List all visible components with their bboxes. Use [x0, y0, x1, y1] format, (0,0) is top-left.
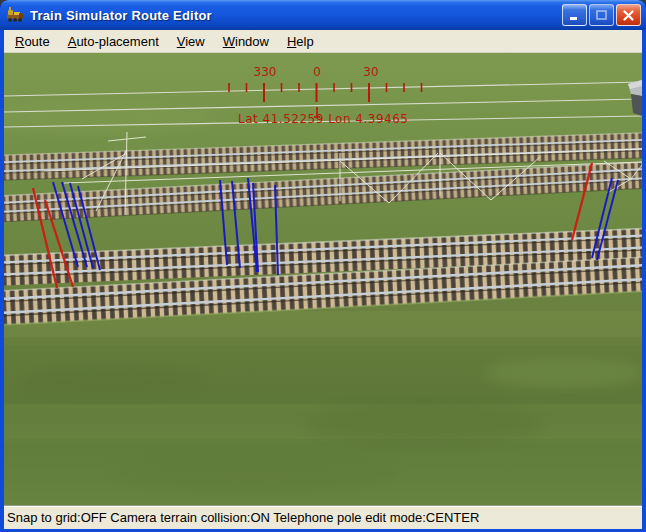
viewport-3d-scene[interactable]: 330 0 30 Lat 41.52259 Lon 4.39465	[4, 53, 642, 505]
close-button[interactable]	[616, 4, 641, 26]
status-text: Snap to grid:OFF Camera terrain collisio…	[7, 510, 479, 525]
minimize-icon	[569, 11, 580, 20]
menu-route[interactable]: Route	[6, 32, 59, 51]
position-readout: Lat 41.52259 Lon 4.39465	[238, 112, 409, 126]
menu-window[interactable]: Window	[214, 32, 278, 51]
menu-help[interactable]: Help	[278, 32, 323, 51]
menu-auto-placement[interactable]: Auto-placement	[59, 32, 168, 51]
close-icon	[623, 10, 634, 21]
window-title: Train Simulator Route Editor	[30, 8, 562, 23]
compass-label: 0	[313, 65, 321, 79]
train-icon	[5, 5, 25, 25]
maximize-icon	[596, 10, 607, 20]
menu-view[interactable]: View	[168, 32, 214, 51]
maximize-button[interactable]	[589, 4, 614, 26]
status-bar: Snap to grid:OFF Camera terrain collisio…	[4, 505, 642, 529]
minimize-button[interactable]	[562, 4, 587, 26]
title-bar: Train Simulator Route Editor	[0, 0, 646, 30]
app-window: Train Simulator Route Editor Route	[0, 0, 646, 532]
compass-label: 30	[363, 65, 378, 79]
menu-bar: Route Auto-placement View Window Help	[4, 30, 642, 53]
compass-label: 330	[254, 65, 277, 79]
